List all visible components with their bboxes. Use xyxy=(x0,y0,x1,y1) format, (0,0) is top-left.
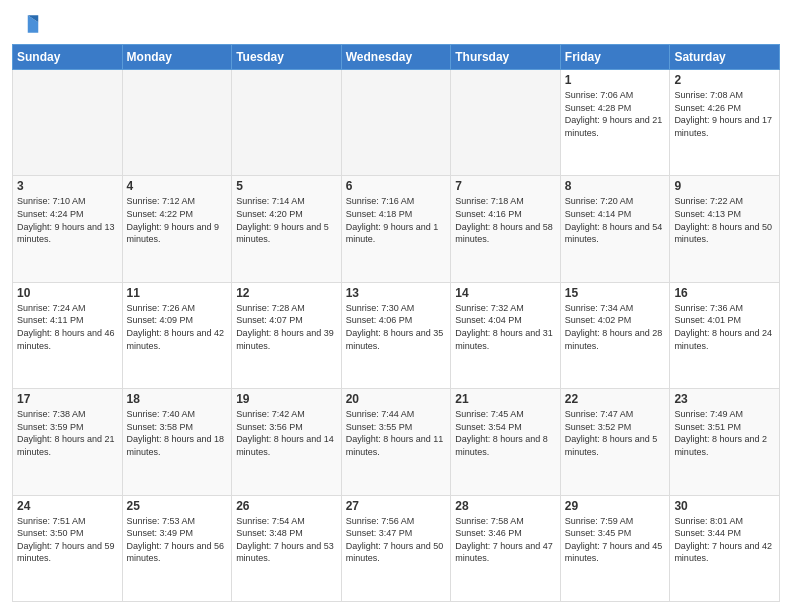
day-number: 8 xyxy=(565,179,666,193)
day-number: 7 xyxy=(455,179,556,193)
day-number: 15 xyxy=(565,286,666,300)
day-number: 2 xyxy=(674,73,775,87)
calendar-cell: 26Sunrise: 7:54 AMSunset: 3:48 PMDayligh… xyxy=(232,495,342,601)
calendar-cell: 9Sunrise: 7:22 AMSunset: 4:13 PMDaylight… xyxy=(670,176,780,282)
calendar-cell: 13Sunrise: 7:30 AMSunset: 4:06 PMDayligh… xyxy=(341,282,451,388)
day-info: Sunrise: 7:58 AMSunset: 3:46 PMDaylight:… xyxy=(455,515,556,565)
day-info: Sunrise: 7:54 AMSunset: 3:48 PMDaylight:… xyxy=(236,515,337,565)
calendar-week-4: 24Sunrise: 7:51 AMSunset: 3:50 PMDayligh… xyxy=(13,495,780,601)
calendar-cell: 17Sunrise: 7:38 AMSunset: 3:59 PMDayligh… xyxy=(13,389,123,495)
day-number: 28 xyxy=(455,499,556,513)
calendar-cell xyxy=(232,70,342,176)
day-number: 27 xyxy=(346,499,447,513)
day-info: Sunrise: 7:28 AMSunset: 4:07 PMDaylight:… xyxy=(236,302,337,352)
day-number: 14 xyxy=(455,286,556,300)
calendar-cell: 25Sunrise: 7:53 AMSunset: 3:49 PMDayligh… xyxy=(122,495,232,601)
calendar-cell: 5Sunrise: 7:14 AMSunset: 4:20 PMDaylight… xyxy=(232,176,342,282)
day-number: 10 xyxy=(17,286,118,300)
day-info: Sunrise: 7:53 AMSunset: 3:49 PMDaylight:… xyxy=(127,515,228,565)
day-number: 22 xyxy=(565,392,666,406)
day-number: 16 xyxy=(674,286,775,300)
calendar-cell xyxy=(122,70,232,176)
calendar-cell: 24Sunrise: 7:51 AMSunset: 3:50 PMDayligh… xyxy=(13,495,123,601)
calendar-cell: 22Sunrise: 7:47 AMSunset: 3:52 PMDayligh… xyxy=(560,389,670,495)
day-number: 19 xyxy=(236,392,337,406)
calendar-cell xyxy=(13,70,123,176)
day-number: 4 xyxy=(127,179,228,193)
day-number: 11 xyxy=(127,286,228,300)
day-number: 9 xyxy=(674,179,775,193)
day-info: Sunrise: 7:45 AMSunset: 3:54 PMDaylight:… xyxy=(455,408,556,458)
day-number: 3 xyxy=(17,179,118,193)
day-info: Sunrise: 7:24 AMSunset: 4:11 PMDaylight:… xyxy=(17,302,118,352)
calendar-cell: 23Sunrise: 7:49 AMSunset: 3:51 PMDayligh… xyxy=(670,389,780,495)
calendar-week-1: 3Sunrise: 7:10 AMSunset: 4:24 PMDaylight… xyxy=(13,176,780,282)
day-number: 20 xyxy=(346,392,447,406)
day-number: 25 xyxy=(127,499,228,513)
calendar-cell: 12Sunrise: 7:28 AMSunset: 4:07 PMDayligh… xyxy=(232,282,342,388)
day-info: Sunrise: 7:32 AMSunset: 4:04 PMDaylight:… xyxy=(455,302,556,352)
day-info: Sunrise: 7:12 AMSunset: 4:22 PMDaylight:… xyxy=(127,195,228,245)
day-info: Sunrise: 7:16 AMSunset: 4:18 PMDaylight:… xyxy=(346,195,447,245)
day-number: 13 xyxy=(346,286,447,300)
day-header-sunday: Sunday xyxy=(13,45,123,70)
day-number: 17 xyxy=(17,392,118,406)
calendar-cell: 4Sunrise: 7:12 AMSunset: 4:22 PMDaylight… xyxy=(122,176,232,282)
calendar-cell: 14Sunrise: 7:32 AMSunset: 4:04 PMDayligh… xyxy=(451,282,561,388)
day-info: Sunrise: 7:34 AMSunset: 4:02 PMDaylight:… xyxy=(565,302,666,352)
page: SundayMondayTuesdayWednesdayThursdayFrid… xyxy=(0,0,792,612)
calendar-week-3: 17Sunrise: 7:38 AMSunset: 3:59 PMDayligh… xyxy=(13,389,780,495)
day-header-monday: Monday xyxy=(122,45,232,70)
logo xyxy=(12,10,44,38)
calendar-cell: 8Sunrise: 7:20 AMSunset: 4:14 PMDaylight… xyxy=(560,176,670,282)
day-header-saturday: Saturday xyxy=(670,45,780,70)
calendar-cell: 15Sunrise: 7:34 AMSunset: 4:02 PMDayligh… xyxy=(560,282,670,388)
calendar-cell: 2Sunrise: 7:08 AMSunset: 4:26 PMDaylight… xyxy=(670,70,780,176)
day-number: 5 xyxy=(236,179,337,193)
day-info: Sunrise: 7:10 AMSunset: 4:24 PMDaylight:… xyxy=(17,195,118,245)
day-number: 26 xyxy=(236,499,337,513)
day-number: 12 xyxy=(236,286,337,300)
day-info: Sunrise: 7:30 AMSunset: 4:06 PMDaylight:… xyxy=(346,302,447,352)
day-info: Sunrise: 7:59 AMSunset: 3:45 PMDaylight:… xyxy=(565,515,666,565)
calendar-header-row: SundayMondayTuesdayWednesdayThursdayFrid… xyxy=(13,45,780,70)
calendar-cell: 1Sunrise: 7:06 AMSunset: 4:28 PMDaylight… xyxy=(560,70,670,176)
calendar-cell: 30Sunrise: 8:01 AMSunset: 3:44 PMDayligh… xyxy=(670,495,780,601)
calendar-cell: 6Sunrise: 7:16 AMSunset: 4:18 PMDaylight… xyxy=(341,176,451,282)
day-info: Sunrise: 7:42 AMSunset: 3:56 PMDaylight:… xyxy=(236,408,337,458)
day-number: 29 xyxy=(565,499,666,513)
calendar-table: SundayMondayTuesdayWednesdayThursdayFrid… xyxy=(12,44,780,602)
calendar-cell xyxy=(451,70,561,176)
calendar-cell: 21Sunrise: 7:45 AMSunset: 3:54 PMDayligh… xyxy=(451,389,561,495)
day-info: Sunrise: 7:47 AMSunset: 3:52 PMDaylight:… xyxy=(565,408,666,458)
day-info: Sunrise: 7:08 AMSunset: 4:26 PMDaylight:… xyxy=(674,89,775,139)
day-number: 24 xyxy=(17,499,118,513)
day-info: Sunrise: 7:36 AMSunset: 4:01 PMDaylight:… xyxy=(674,302,775,352)
day-header-thursday: Thursday xyxy=(451,45,561,70)
calendar-cell: 27Sunrise: 7:56 AMSunset: 3:47 PMDayligh… xyxy=(341,495,451,601)
calendar-cell: 10Sunrise: 7:24 AMSunset: 4:11 PMDayligh… xyxy=(13,282,123,388)
day-info: Sunrise: 7:56 AMSunset: 3:47 PMDaylight:… xyxy=(346,515,447,565)
day-info: Sunrise: 7:14 AMSunset: 4:20 PMDaylight:… xyxy=(236,195,337,245)
day-number: 30 xyxy=(674,499,775,513)
day-header-friday: Friday xyxy=(560,45,670,70)
day-number: 6 xyxy=(346,179,447,193)
calendar-week-2: 10Sunrise: 7:24 AMSunset: 4:11 PMDayligh… xyxy=(13,282,780,388)
calendar-cell: 29Sunrise: 7:59 AMSunset: 3:45 PMDayligh… xyxy=(560,495,670,601)
day-info: Sunrise: 7:49 AMSunset: 3:51 PMDaylight:… xyxy=(674,408,775,458)
day-info: Sunrise: 7:22 AMSunset: 4:13 PMDaylight:… xyxy=(674,195,775,245)
day-info: Sunrise: 7:18 AMSunset: 4:16 PMDaylight:… xyxy=(455,195,556,245)
calendar-cell: 20Sunrise: 7:44 AMSunset: 3:55 PMDayligh… xyxy=(341,389,451,495)
day-info: Sunrise: 7:38 AMSunset: 3:59 PMDaylight:… xyxy=(17,408,118,458)
calendar-cell: 19Sunrise: 7:42 AMSunset: 3:56 PMDayligh… xyxy=(232,389,342,495)
day-info: Sunrise: 7:26 AMSunset: 4:09 PMDaylight:… xyxy=(127,302,228,352)
day-info: Sunrise: 7:06 AMSunset: 4:28 PMDaylight:… xyxy=(565,89,666,139)
day-info: Sunrise: 7:40 AMSunset: 3:58 PMDaylight:… xyxy=(127,408,228,458)
calendar-cell: 18Sunrise: 7:40 AMSunset: 3:58 PMDayligh… xyxy=(122,389,232,495)
day-info: Sunrise: 7:20 AMSunset: 4:14 PMDaylight:… xyxy=(565,195,666,245)
day-info: Sunrise: 7:51 AMSunset: 3:50 PMDaylight:… xyxy=(17,515,118,565)
calendar-cell: 28Sunrise: 7:58 AMSunset: 3:46 PMDayligh… xyxy=(451,495,561,601)
day-header-wednesday: Wednesday xyxy=(341,45,451,70)
calendar-cell: 11Sunrise: 7:26 AMSunset: 4:09 PMDayligh… xyxy=(122,282,232,388)
calendar-week-0: 1Sunrise: 7:06 AMSunset: 4:28 PMDaylight… xyxy=(13,70,780,176)
